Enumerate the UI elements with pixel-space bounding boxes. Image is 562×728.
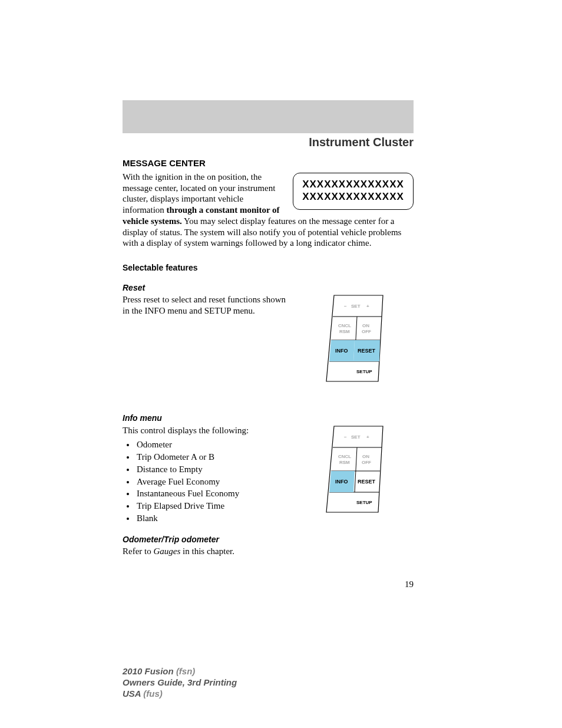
svg-text:CNCL: CNCL — [338, 323, 351, 328]
reset-paragraph: Press reset to select and reset function… — [123, 294, 287, 317]
page: Instrument Cluster MESSAGE CENTER XXXXXX… — [0, 0, 562, 728]
reset-heading: Reset — [123, 283, 414, 294]
odometer-paragraph: Refer to Gauges in this chapter. — [123, 546, 414, 557]
info-menu-heading: Info menu — [123, 413, 414, 424]
display-line-1: XXXXXXXXXXXXXX — [293, 178, 413, 190]
footer: 2010 Fusion (fsn) Owners Guide, 3rd Prin… — [123, 666, 237, 699]
svg-text:INFO: INFO — [335, 348, 348, 354]
svg-text:SET: SET — [351, 434, 361, 440]
svg-text:RSM: RSM — [339, 460, 350, 465]
svg-text:INFO: INFO — [335, 479, 348, 485]
svg-text:OFF: OFF — [362, 329, 371, 334]
svg-text:RESET: RESET — [358, 479, 376, 485]
svg-text:OFF: OFF — [362, 460, 371, 465]
selectable-features-heading: Selectable features — [123, 263, 414, 274]
section-title: Instrument Cluster — [123, 136, 414, 149]
footer-guide: Owners Guide, 3rd Printing — [123, 677, 237, 689]
button-panel-svg-2: − SET + CNCL RSM ON OFF INFO RESET SETUP — [325, 425, 390, 513]
message-center-heading: MESSAGE CENTER — [123, 158, 414, 169]
list-item: Blank — [135, 513, 414, 524]
display-line-2: XXXXXXXXXXXXXX — [293, 190, 413, 203]
odo-text-italic: Gauges — [153, 546, 180, 556]
odometer-heading: Odometer/Trip odometer — [123, 535, 414, 545]
svg-text:ON: ON — [362, 454, 369, 459]
svg-text:RESET: RESET — [358, 348, 376, 354]
svg-text:RSM: RSM — [339, 329, 350, 334]
page-number: 19 — [405, 579, 414, 589]
header-gray-bar — [123, 100, 414, 133]
svg-text:SET: SET — [351, 304, 361, 309]
footer-model-code: (fsn) — [176, 666, 196, 676]
odo-text-a: Refer to — [123, 546, 153, 556]
svg-text:SETUP: SETUP — [356, 500, 372, 505]
odo-text-b: in this chapter. — [180, 546, 234, 556]
content-area: MESSAGE CENTER XXXXXXXXXXXXXX XXXXXXXXXX… — [123, 158, 414, 561]
svg-text:+: + — [366, 434, 369, 440]
info-button-diagram: − SET + CNCL RSM ON OFF INFO RESET SETUP — [325, 425, 390, 513]
svg-text:CNCL: CNCL — [338, 454, 351, 459]
footer-region-code: (fus) — [143, 689, 163, 699]
footer-model: 2010 Fusion — [123, 666, 174, 676]
svg-text:ON: ON — [362, 323, 369, 328]
button-panel-svg: − SET + CNCL RSM ON OFF INFO RESET SETUP — [325, 294, 390, 383]
reset-button-diagram: − SET + CNCL RSM ON OFF INFO RESET SETUP — [325, 294, 390, 383]
footer-region: USA — [123, 689, 141, 699]
svg-text:−: − — [344, 304, 347, 309]
message-center-display: XXXXXXXXXXXXXX XXXXXXXXXXXXXX — [293, 173, 414, 210]
svg-text:SETUP: SETUP — [356, 369, 372, 374]
svg-text:+: + — [366, 304, 369, 309]
svg-text:−: − — [344, 434, 347, 440]
